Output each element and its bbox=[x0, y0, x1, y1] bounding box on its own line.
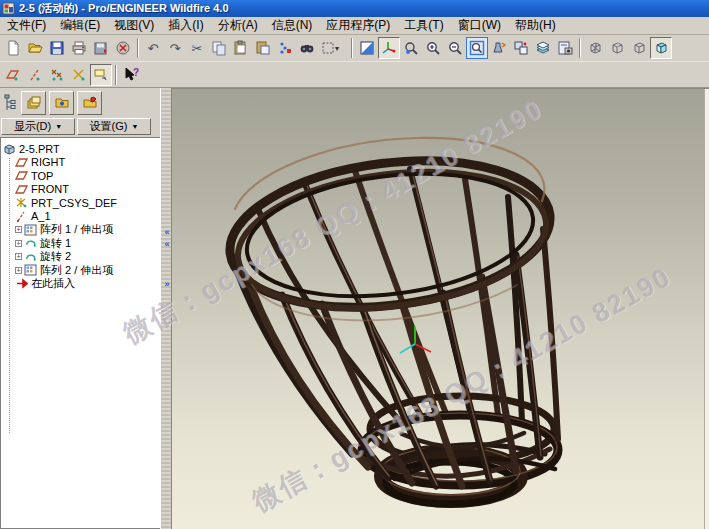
open-button[interactable] bbox=[24, 37, 46, 59]
model-tree-icon bbox=[3, 93, 17, 113]
part-icon bbox=[3, 143, 16, 155]
main-area: 显示(D) ▼ 设置(G) ▼ 2-5.PRT bbox=[0, 88, 709, 529]
model-tree-tab[interactable] bbox=[1, 90, 18, 116]
cut-button[interactable]: ✂ bbox=[186, 37, 208, 59]
model-tree[interactable]: 2-5.PRT RIGHT TOP bbox=[0, 137, 160, 529]
menu-info[interactable]: 信息(N) bbox=[265, 16, 320, 35]
view-manager-icon bbox=[557, 40, 573, 56]
toolbar-separator bbox=[351, 38, 353, 58]
print-icon bbox=[71, 40, 87, 56]
datum-point-toggle-icon bbox=[49, 67, 65, 83]
menu-edit[interactable]: 编辑(E) bbox=[53, 16, 107, 35]
expand-icon[interactable]: + bbox=[15, 267, 22, 274]
menu-insert[interactable]: 插入(I) bbox=[161, 16, 210, 35]
menu-view[interactable]: 视图(V) bbox=[107, 16, 161, 35]
folder-browser-tab[interactable] bbox=[49, 91, 74, 115]
show-button[interactable]: 显示(D) ▼ bbox=[1, 118, 75, 135]
view-manager-button[interactable] bbox=[554, 37, 576, 59]
insert-here-icon bbox=[15, 278, 28, 289]
title-bar[interactable]: 2-5 (活动的) - Pro/ENGINEER Wildfire 4.0 bbox=[0, 0, 709, 17]
layers-tab[interactable] bbox=[21, 91, 46, 115]
datum-csys-toggle[interactable] bbox=[68, 64, 90, 86]
hidden-line-button[interactable] bbox=[606, 37, 628, 59]
datum-point-toggle[interactable] bbox=[46, 64, 68, 86]
new-button[interactable] bbox=[2, 37, 24, 59]
layers-button[interactable] bbox=[532, 37, 554, 59]
orient-mode-button[interactable] bbox=[400, 37, 422, 59]
select-dropdown-icon[interactable]: ▾ bbox=[335, 44, 345, 53]
spin-center-button[interactable] bbox=[378, 37, 400, 59]
tree-row-right[interactable]: RIGHT bbox=[3, 156, 160, 170]
menu-file[interactable]: 文件(F) bbox=[0, 16, 53, 35]
datum-plane-icon bbox=[15, 157, 28, 168]
undo-button[interactable]: ↶ bbox=[142, 37, 164, 59]
datum-axis-toggle[interactable] bbox=[24, 64, 46, 86]
toolbar-separator bbox=[137, 38, 139, 58]
refit-button[interactable] bbox=[466, 37, 488, 59]
menu-tools[interactable]: 工具(T) bbox=[397, 16, 450, 35]
tree-row-revolve2[interactable]: + 旋转 2 bbox=[3, 250, 160, 264]
tree-item-label: TOP bbox=[28, 170, 53, 182]
reorient-button[interactable] bbox=[488, 37, 510, 59]
copy-button[interactable] bbox=[208, 37, 230, 59]
tree-row-front[interactable]: FRONT bbox=[3, 183, 160, 197]
datum-plane-toggle[interactable] bbox=[2, 64, 24, 86]
wireframe-icon bbox=[587, 40, 603, 56]
layers-icon bbox=[535, 40, 551, 56]
settings-button[interactable]: 设置(G) ▼ bbox=[77, 118, 151, 135]
shaded-button[interactable] bbox=[650, 37, 672, 59]
menu-bar: 文件(F) 编辑(E) 视图(V) 插入(I) 分析(A) 信息(N) 应用程序… bbox=[0, 17, 709, 35]
expand-icon[interactable]: + bbox=[15, 226, 22, 233]
tree-row-csys[interactable]: PRT_CSYS_DEF bbox=[3, 196, 160, 210]
menu-help[interactable]: 帮助(H) bbox=[508, 16, 563, 35]
zoom-in-button[interactable] bbox=[422, 37, 444, 59]
paste-special-button[interactable] bbox=[252, 37, 274, 59]
tree-row-pattern1[interactable]: + 阵列 1 / 伸出项 bbox=[3, 223, 160, 237]
tree-row-insert-here[interactable]: 在此插入 bbox=[3, 277, 160, 291]
find-icon bbox=[299, 40, 315, 56]
tree-toolbar: 显示(D) ▼ 设置(G) ▼ bbox=[0, 118, 160, 137]
menu-analysis[interactable]: 分析(A) bbox=[211, 16, 265, 35]
paste-button[interactable] bbox=[230, 37, 252, 59]
expand-icon[interactable]: + bbox=[15, 240, 22, 247]
tree-row-top[interactable]: TOP bbox=[3, 169, 160, 183]
panel-splitter[interactable]: « « » bbox=[160, 88, 172, 529]
datum-toolbar: ? bbox=[0, 62, 709, 88]
redo-button[interactable]: ↷ bbox=[164, 37, 186, 59]
select-button[interactable]: ▾ bbox=[318, 37, 348, 59]
favorites-tab[interactable] bbox=[77, 91, 102, 115]
pattern-icon bbox=[24, 264, 37, 276]
regenerate-button[interactable] bbox=[274, 37, 296, 59]
print-button[interactable] bbox=[68, 37, 90, 59]
csys-icon bbox=[15, 197, 28, 208]
menu-applications[interactable]: 应用程序(P) bbox=[319, 16, 397, 35]
annotation-toggle[interactable] bbox=[90, 64, 112, 86]
copy-icon bbox=[211, 40, 227, 56]
context-help-button[interactable]: ? bbox=[120, 64, 142, 86]
erase-button[interactable] bbox=[112, 37, 134, 59]
no-hidden-button[interactable] bbox=[628, 37, 650, 59]
wireframe-button[interactable] bbox=[584, 37, 606, 59]
tree-guide-line bbox=[9, 158, 10, 433]
menu-window[interactable]: 窗口(W) bbox=[451, 16, 508, 35]
expand-icon[interactable]: + bbox=[15, 253, 22, 260]
tree-row-axis[interactable]: A_1 bbox=[3, 210, 160, 224]
tree-row-part[interactable]: 2-5.PRT bbox=[3, 142, 160, 156]
select-icon bbox=[321, 41, 335, 55]
erase-icon bbox=[115, 40, 131, 56]
folder-browser-icon bbox=[54, 95, 70, 111]
saved-views-button[interactable] bbox=[510, 37, 532, 59]
saved-views-icon bbox=[513, 40, 529, 56]
tree-row-pattern2[interactable]: + 阵列 2 / 伸出项 bbox=[3, 264, 160, 278]
save-button[interactable] bbox=[46, 37, 68, 59]
shaded-icon bbox=[653, 40, 669, 56]
repaint-button[interactable] bbox=[356, 37, 378, 59]
basket-model[interactable] bbox=[172, 89, 709, 529]
tree-row-revolve1[interactable]: + 旋转 1 bbox=[3, 237, 160, 251]
find-button[interactable] bbox=[296, 37, 318, 59]
open-icon bbox=[27, 40, 43, 56]
graphics-viewport[interactable] bbox=[172, 88, 709, 529]
save-copy-button[interactable] bbox=[90, 37, 112, 59]
zoom-out-button[interactable] bbox=[444, 37, 466, 59]
app-icon bbox=[2, 2, 15, 15]
